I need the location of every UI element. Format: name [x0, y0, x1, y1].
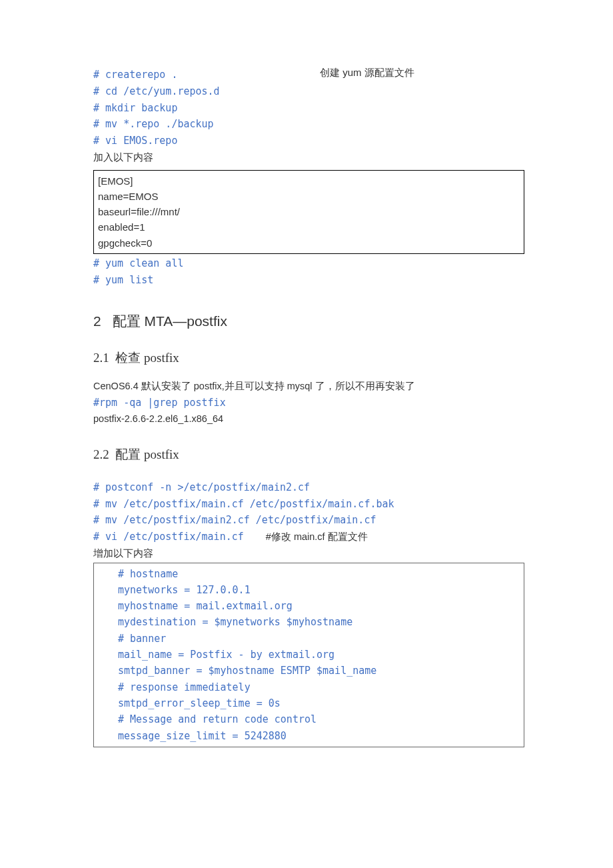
box-emos-section: [EMOS] — [98, 173, 520, 189]
cfg-myhostname: myhostname = mail.extmail.org — [118, 598, 524, 614]
h3-en-22: postfix — [144, 447, 179, 461]
comment-pre: 创建 — [320, 67, 342, 78]
heading-2-2: 2.2 配置 postfix — [93, 446, 524, 463]
h3-cn-22: 配置 — [115, 447, 144, 461]
text-cenos-desc: CenOS6.4 默认安装了 postfix,并且可以支持 mysql 了，所以… — [93, 379, 524, 395]
comment-yum-word: yum — [342, 67, 364, 78]
box-emos-gpgcheck: gpgcheck=0 — [98, 235, 520, 251]
box-emos-baseurl: baseurl=file:///mnt/ — [98, 204, 520, 219]
cmd-vi-maincf-line: # vi /etc/postfix/main.cf #修改 main.cf 配置… — [93, 529, 524, 545]
cfg-smtpd-banner: smtpd_banner = $myhostname ESMTP $mail_n… — [118, 663, 524, 679]
config-box-emos: [EMOS] name=EMOS baseurl=file:///mnt/ en… — [93, 170, 524, 254]
cfg-message-comment: # Message and return code control — [118, 711, 524, 727]
code-line-createrepo: # createrepo . 创建 yum 源配置文件 — [93, 67, 524, 83]
h2-en-text: MTA—postfix — [144, 313, 227, 329]
heading-2-1: 2.1 检查 postfix — [93, 349, 524, 367]
h2-cn-text: 配置 — [113, 313, 144, 329]
h3-en-21: postfix — [144, 351, 179, 365]
cmd-rpm-grep: #rpm -qa |grep postfix — [93, 395, 524, 411]
cmd-yum-clean: # yum clean all — [93, 255, 524, 272]
h3-number-22: 2.2 — [93, 447, 109, 461]
cmd-mv-maincf-bak: # mv /etc/postfix/main.cf /etc/postfix/m… — [93, 496, 524, 513]
cfg-sleep-time: smtpd_error_sleep_time = 0s — [118, 695, 524, 711]
text-postfix-version: postfix-2.6.6-2.2.el6_1.x86_64 — [93, 411, 524, 427]
comment-post: 源配置文件 — [364, 67, 414, 78]
cmd-vi-emos: # vi EMOS.repo — [93, 133, 524, 149]
cmd-mv-repo: # mv *.repo ./backup — [93, 116, 524, 133]
comment-create-yum: 创建 yum 源配置文件 — [320, 67, 414, 83]
box-emos-enabled: enabled=1 — [98, 219, 520, 235]
cmd-postconf: # postconf -n >/etc/postfix/main2.cf — [93, 479, 524, 496]
h3-number-21: 2.1 — [93, 351, 109, 365]
heading-2: 2 配置 MTA—postfix — [93, 312, 524, 331]
comment-modify-maincf: #修改 main.cf 配置文件 — [266, 531, 368, 542]
text-add-following: 增加以下内容 — [93, 545, 524, 562]
cfg-size-limit: message_size_limit = 5242880 — [118, 728, 524, 744]
cmd-mv-main2cf: # mv /etc/postfix/main2.cf /etc/postfix/… — [93, 512, 524, 529]
cfg-mynetworks: mynetworks = 127.0.0.1 — [118, 582, 524, 598]
config-box-postfix: # hostname mynetworks = 127.0.0.1 myhost… — [93, 563, 524, 747]
h3-cn-21: 检查 — [115, 351, 144, 365]
cmd-yum-list: # yum list — [93, 272, 524, 289]
cfg-response-comment: # response immediately — [118, 679, 524, 695]
cmd-vi-maincf: # vi /etc/postfix/main.cf — [93, 531, 250, 543]
cmd-createrepo: # createrepo . — [93, 67, 320, 83]
text-add-content: 加入以下内容 — [93, 149, 524, 166]
box-emos-name: name=EMOS — [98, 189, 520, 204]
document-page: # createrepo . 创建 yum 源配置文件 # cd /etc/yu… — [0, 0, 613, 787]
cmd-cd-repos: # cd /etc/yum.repos.d — [93, 83, 524, 100]
cmd-mkdir-backup: # mkdir backup — [93, 100, 524, 117]
cfg-hostname-comment: # hostname — [118, 566, 524, 582]
cfg-mailname: mail_name = Postfix - by extmail.org — [118, 647, 524, 663]
h2-number: 2 — [93, 313, 101, 329]
cfg-banner-comment: # banner — [118, 631, 524, 647]
cfg-mydestination: mydestination = $mynetworks $myhostname — [118, 614, 524, 630]
